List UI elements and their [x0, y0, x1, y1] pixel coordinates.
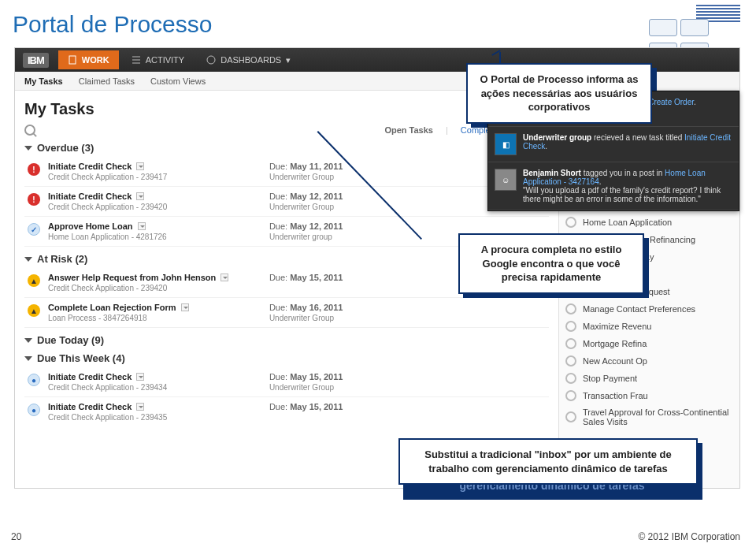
alert-icon: !	[28, 163, 40, 176]
section-overdue[interactable]: Overdue (3)	[24, 142, 549, 154]
circle-icon	[565, 411, 576, 422]
circle-icon	[565, 373, 576, 384]
subnav-mytasks[interactable]: My Tasks	[24, 76, 63, 86]
dropdown-icon[interactable]	[136, 192, 144, 200]
nav-activity[interactable]: ACTIVITY	[122, 50, 195, 69]
side-item[interactable]: New Account Op	[564, 352, 735, 370]
task-icon: ●	[28, 374, 40, 386]
circle-icon	[565, 355, 576, 367]
task-icon: ●	[28, 404, 40, 416]
due-label: Due:	[269, 162, 290, 171]
task-row[interactable]: ▲ Complete Loan Rejection FormLoan Proce…	[24, 298, 549, 328]
circle-icon	[565, 321, 576, 332]
circle-icon	[565, 338, 576, 349]
circle-icon	[565, 303, 576, 314]
warning-icon: ▲	[28, 274, 40, 287]
warning-icon: ▲	[28, 304, 40, 317]
list-icon	[132, 55, 141, 65]
caret-down-icon	[24, 338, 32, 343]
task-row[interactable]: ! Initiate Credit CheckCredit Check Appl…	[24, 187, 549, 217]
page-number: 20	[11, 531, 21, 542]
group-avatar-icon: ◧	[495, 133, 517, 155]
caret-down-icon	[24, 356, 32, 361]
dropdown-icon[interactable]	[136, 403, 144, 411]
doc-icon	[68, 55, 77, 65]
subnav-claimed[interactable]: Claimed Tasks	[79, 76, 135, 86]
side-item[interactable]: Travel Approval for Cross-Continential S…	[564, 404, 735, 430]
svg-point-7	[207, 56, 215, 64]
side-item[interactable]: Stop Payment	[564, 370, 735, 387]
svg-rect-2	[696, 11, 740, 13]
side-item[interactable]: Maximize Revenu	[564, 318, 735, 335]
search-icon[interactable]	[24, 125, 35, 136]
nav-work[interactable]: WORK	[58, 50, 119, 69]
copyright: © 2012 IBM Corporation	[638, 531, 740, 542]
circle-icon	[565, 390, 576, 401]
brand-logo: IBM	[23, 53, 49, 68]
alert-icon: !	[28, 193, 40, 206]
nav-dashboards[interactable]: DASHBOARDS ▾	[197, 50, 300, 70]
check-icon: ✓	[28, 223, 40, 236]
callout-search: A procura completa no estilo Google enco…	[458, 233, 644, 294]
side-item[interactable]: Home Loan Application	[564, 214, 735, 231]
task-row[interactable]: ● Initiate Credit CheckCredit Check Appl…	[24, 367, 549, 397]
user-avatar-icon: ☺	[495, 169, 517, 191]
dropdown-icon[interactable]	[220, 274, 228, 281]
side-item[interactable]: Transaction Frau	[564, 387, 735, 404]
section-duetoday[interactable]: Due Today (9)	[24, 334, 549, 346]
callout-portal-info: O Portal de Processo informa as ações ne…	[466, 63, 652, 124]
open-tasks-filter[interactable]: Open Tasks	[384, 125, 433, 135]
dropdown-icon[interactable]	[136, 373, 144, 381]
callout-inbox: Substitui a tradicional "inbox" por um a…	[398, 438, 698, 485]
section-dueweek[interactable]: Due This Week (4)	[24, 352, 549, 364]
svg-rect-3	[696, 14, 740, 16]
caret-down-icon	[24, 146, 32, 151]
dropdown-icon[interactable]	[138, 222, 146, 230]
dropdown-icon[interactable]	[136, 162, 144, 170]
notif-item[interactable]: ☺ Benjamin Short tagged you in a post in…	[488, 162, 739, 210]
notif-link[interactable]: Create Order	[648, 98, 694, 106]
svg-rect-1	[696, 8, 740, 9]
svg-rect-6	[69, 56, 76, 64]
side-item[interactable]: Mortgage Refina	[564, 335, 735, 352]
subnav-custom[interactable]: Custom Views	[150, 76, 206, 86]
task-row[interactable]: ● Initiate Credit CheckCredit Check Appl…	[24, 397, 549, 426]
gauge-icon	[206, 55, 216, 65]
caret-down-icon	[24, 257, 32, 262]
task-row[interactable]: ! Initiate Credit CheckCredit Check Appl…	[24, 157, 549, 187]
notif-item[interactable]: ◧ Underwriter group recieved a new task …	[488, 127, 739, 162]
slide-title: Portal de Processo	[13, 11, 212, 38]
circle-icon	[565, 217, 576, 228]
side-item[interactable]: Manage Contact Preferences	[564, 300, 735, 318]
svg-rect-0	[696, 5, 740, 6]
dropdown-icon[interactable]	[181, 303, 189, 311]
